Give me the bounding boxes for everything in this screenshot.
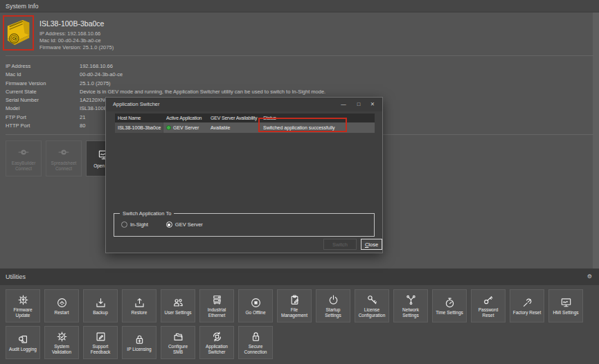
- spreadsheet-connect-button[interactable]: Spreadsheet Connect: [46, 140, 82, 176]
- utility-backup[interactable]: Backup: [83, 289, 118, 322]
- easybuilder-connect-button[interactable]: EasyBuilder Connect: [6, 140, 42, 176]
- file-management-icon: [289, 294, 301, 306]
- scrollbar-track[interactable]: [593, 12, 599, 269]
- utility-industrial-ethernet[interactable]: Industrial Ethernet: [199, 289, 234, 322]
- header-gev-availability: GEV Server Availability: [208, 113, 260, 122]
- password-reset-icon: [483, 294, 494, 306]
- utility-secure-connection[interactable]: Secure Connection: [238, 326, 273, 359]
- radio-in-sight-label: In-Sight: [130, 221, 148, 228]
- utility-factory-reset[interactable]: Factory Reset: [510, 289, 544, 322]
- detail-value: 00-d0-24-3b-a0-ce: [80, 71, 587, 79]
- detail-label: Current State: [6, 88, 80, 96]
- license-configuration-icon: [366, 294, 378, 306]
- radio-circle-icon[interactable]: [121, 221, 127, 228]
- system-info-screen: System Info G ISL38-100B-3ba0ce IP Addre…: [0, 0, 599, 364]
- table-row[interactable]: ISL38-100B-3ba0ce GEV Server Available S…: [115, 122, 375, 133]
- radio-gev-server[interactable]: GEV Server: [166, 221, 203, 228]
- detail-label: IP Address: [6, 62, 80, 71]
- utility-user-settings[interactable]: User Settings: [161, 289, 195, 322]
- hmi-settings-icon: [560, 297, 572, 309]
- utility-ip-licensing[interactable]: IP Licensing: [122, 326, 157, 359]
- utilities-panel: Firmware Update Restart Backup Restore U…: [0, 285, 599, 364]
- detail-row: IP Address192.168.10.66: [6, 62, 587, 71]
- system-validation-icon: [56, 331, 68, 343]
- page-title: System Info: [0, 0, 599, 12]
- radio-gev-server-label: GEV Server: [175, 221, 203, 228]
- detail-label: FTP Port: [6, 113, 80, 122]
- firmware-update-icon: [17, 294, 29, 306]
- utility-network-settings[interactable]: Network Settings: [393, 289, 428, 322]
- switch-button[interactable]: Switch: [323, 239, 357, 250]
- restart-icon: [56, 297, 68, 309]
- backup-icon: [95, 297, 107, 309]
- gear-icon[interactable]: ⚙: [587, 269, 592, 285]
- detail-row: Firmware Version25.1.0 (2075): [6, 80, 587, 88]
- dialog-title: Application Switcher: [113, 98, 160, 111]
- easybuilder-connect-label: EasyBuilder Connect: [8, 161, 39, 171]
- utility-application-switcher[interactable]: Application Switcher: [199, 326, 234, 359]
- cell-active-application: GEV Server: [163, 122, 208, 133]
- utilities-header: Utilities ⚙: [0, 269, 599, 285]
- switcher-table: Host Name Active Application GEV Server …: [115, 113, 375, 133]
- utility-file-management[interactable]: File Management: [277, 289, 312, 322]
- gev-camera-icon: G: [6, 18, 32, 48]
- utility-restore[interactable]: Restore: [122, 289, 157, 322]
- cell-status: Switched application successfully: [260, 122, 375, 133]
- audit-logging-icon: [17, 334, 29, 345]
- detail-row: Current StateDevice is in GEV mode and r…: [6, 88, 587, 96]
- utility-configure-smb[interactable]: Configure SMB: [161, 326, 195, 359]
- detail-label: HTTP Port: [6, 122, 80, 130]
- utility-restart[interactable]: Restart: [44, 289, 79, 322]
- utility-audit-logging[interactable]: Audit Logging: [6, 326, 40, 359]
- connect-icon: [17, 146, 30, 158]
- detail-value: 25.1.0 (2075): [80, 80, 587, 88]
- utility-firmware-update[interactable]: Firmware Update: [6, 289, 40, 322]
- utilities-row-2: Audit Logging System Validation Support …: [6, 326, 273, 359]
- device-summary-firmware: Firmware Version: 25.1.0 (2075): [39, 44, 114, 51]
- utility-go-offline[interactable]: Go Offline: [238, 289, 273, 322]
- utility-time-settings[interactable]: Time Settings: [432, 289, 467, 322]
- detail-value: 192.168.10.66: [80, 62, 587, 71]
- detail-row: Mac Id00-d0-24-3b-a0-ce: [6, 71, 587, 79]
- startup-settings-icon: [328, 294, 339, 306]
- factory-reset-icon: [521, 297, 533, 309]
- detail-label: Model: [6, 104, 80, 113]
- application-switcher-dialog: Application Switcher — □ ✕ Host Name Act…: [105, 97, 383, 253]
- industrial-ethernet-icon: [211, 294, 223, 306]
- radio-in-sight[interactable]: In-Sight: [121, 221, 148, 228]
- detail-value: Device is in GEV mode and running, the A…: [80, 88, 587, 96]
- utility-license-configuration[interactable]: License Configuration: [355, 289, 389, 322]
- cell-gev-availability: Available: [208, 122, 260, 133]
- minimize-icon[interactable]: —: [338, 98, 349, 111]
- header-status: Status: [260, 113, 375, 122]
- header-active-application: Active Application: [163, 113, 208, 122]
- utility-support-feedback[interactable]: Support Feedback: [83, 326, 118, 359]
- user-settings-icon: [172, 297, 184, 309]
- utility-system-validation[interactable]: System Validation: [44, 326, 79, 359]
- close-icon[interactable]: ✕: [367, 98, 378, 111]
- connect-icon: [57, 146, 70, 158]
- utilities-title: Utilities: [6, 269, 26, 285]
- utility-password-reset[interactable]: Password Reset: [471, 289, 506, 322]
- detail-label: Firmware Version: [6, 80, 80, 88]
- divider: [6, 55, 593, 56]
- ip-licensing-icon: [134, 334, 145, 345]
- go-offline-icon: [250, 297, 262, 309]
- utility-startup-settings[interactable]: Startup Settings: [316, 289, 350, 322]
- dialog-titlebar[interactable]: Application Switcher — □ ✕: [106, 98, 382, 111]
- restore-icon: [134, 297, 145, 309]
- close-button[interactable]: Close: [361, 239, 382, 250]
- device-summary-ip: IP Address: 192.168.10.66: [39, 30, 114, 37]
- utility-hmi-settings[interactable]: HMI Settings: [548, 289, 583, 322]
- device-name: ISL38-100B-3ba0ce: [39, 19, 104, 28]
- active-application-label: GEV Server: [173, 125, 199, 130]
- header-host-name: Host Name: [115, 113, 163, 122]
- network-settings-icon: [405, 294, 417, 306]
- group-legend: Switch Application To: [120, 210, 174, 217]
- radio-selected-icon[interactable]: [166, 221, 172, 228]
- configure-smb-icon: [172, 331, 184, 343]
- device-summary-mac: Mac Id: 00-d0-24-3b-a0-ce: [39, 37, 114, 44]
- detail-label: Serial Number: [6, 96, 80, 104]
- maximize-icon[interactable]: □: [353, 98, 364, 111]
- spreadsheet-connect-label: Spreadsheet Connect: [48, 161, 80, 171]
